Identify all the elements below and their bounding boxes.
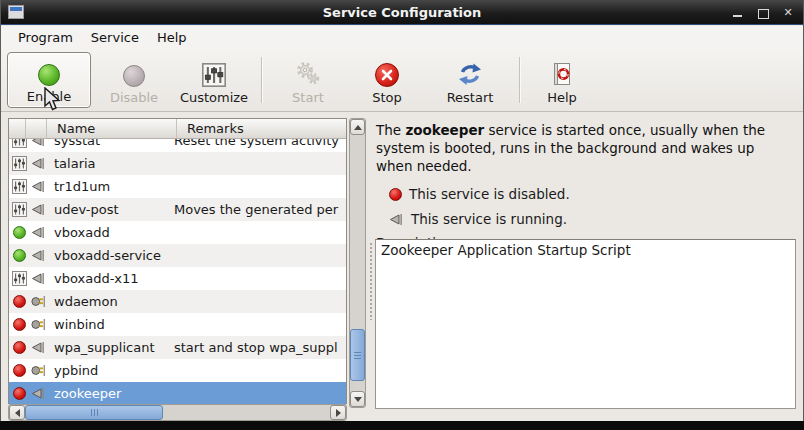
gray-led-icon — [123, 65, 145, 87]
toolbar: Enable Disable C — [1, 49, 803, 112]
service-row[interactable]: tr1d1um — [9, 175, 346, 198]
service-name: vboxadd-service — [48, 248, 174, 263]
maximize-icon[interactable] — [756, 6, 770, 20]
scroll-left-button[interactable] — [9, 405, 25, 420]
stop-label: Stop — [372, 90, 402, 105]
customize-label: Customize — [180, 90, 248, 105]
stop-icon — [375, 63, 399, 87]
horn-icon — [28, 386, 48, 401]
scroll-down-button[interactable] — [350, 391, 365, 407]
red-led-icon — [11, 295, 28, 308]
disable-button[interactable]: Disable — [95, 52, 173, 108]
sliders-icon — [202, 63, 226, 87]
enable-button[interactable]: Enable — [7, 52, 91, 108]
enabled-column-header[interactable] — [9, 119, 26, 138]
start-label: Start — [292, 90, 324, 105]
service-name: vboxadd — [48, 225, 174, 240]
menu-program[interactable]: Program — [9, 28, 82, 47]
stop-button[interactable]: Stop — [351, 52, 423, 108]
gears-icon — [295, 61, 321, 87]
customize-button[interactable]: Customize — [173, 52, 255, 108]
service-name: ypbind — [48, 363, 174, 378]
red-led-icon — [11, 341, 28, 354]
service-row[interactable]: zookeeper — [9, 382, 346, 405]
red-led-icon — [11, 364, 28, 377]
down-arrow-icon — [354, 397, 362, 402]
running-column-header[interactable] — [26, 119, 47, 138]
minimize-icon[interactable] — [731, 6, 745, 20]
help-manual-icon — [552, 62, 572, 87]
service-name-bold: zookeeper — [405, 122, 484, 138]
sliders-icon — [11, 139, 28, 148]
service-name: udev-post — [48, 202, 174, 217]
scroll-up-button[interactable] — [350, 119, 365, 135]
status-disabled-text: This service is disabled. — [409, 186, 570, 202]
service-summary: The zookeeper service is started once, u… — [376, 121, 780, 175]
enable-label: Enable — [27, 89, 71, 104]
plug-icon — [28, 294, 48, 309]
app-window-icon — [8, 5, 24, 19]
horn-icon — [28, 202, 48, 217]
description-textarea[interactable]: Zookeeper Application Startup Script — [375, 239, 796, 409]
service-details: The zookeeper service is started once, u… — [376, 121, 797, 251]
red-led-icon — [11, 318, 28, 331]
service-name: sysstat — [48, 139, 174, 148]
service-row[interactable]: udev-post Moves the generated per — [9, 198, 346, 221]
refresh-arrows-icon — [457, 62, 483, 87]
service-name: zookeeper — [48, 386, 174, 401]
restart-label: Restart — [447, 90, 494, 105]
service-row[interactable]: vboxadd — [9, 221, 346, 244]
service-row[interactable]: ypbind — [9, 359, 346, 382]
green-led-icon — [11, 249, 28, 262]
service-row[interactable]: winbind — [9, 313, 346, 336]
window-controls: ✕ — [731, 0, 795, 25]
sliders-icon — [11, 271, 28, 286]
horn-icon — [28, 139, 48, 148]
close-icon[interactable]: ✕ — [781, 6, 795, 20]
service-name: talaria — [48, 156, 174, 171]
service-remarks: Reset the system activity — [174, 139, 346, 148]
plug-icon — [28, 363, 48, 378]
service-row[interactable]: wpa_supplicant start and stop wpa_suppl — [9, 336, 346, 359]
horizontal-scrollbar-thumb[interactable] — [25, 405, 163, 420]
window-title: Service Configuration — [1, 5, 803, 20]
start-button[interactable]: Start — [273, 52, 343, 108]
service-row[interactable]: wdaemon — [9, 290, 346, 313]
green-led-icon — [38, 64, 60, 86]
screen: Service Configuration ✕ Program Service … — [0, 0, 804, 430]
help-button[interactable]: Help — [529, 52, 595, 108]
pane-splitter-handle[interactable] — [369, 242, 374, 320]
plug-icon — [28, 317, 48, 332]
service-list: Name Remarks sysstat Reset the system ac… — [8, 118, 347, 404]
horn-icon — [28, 156, 48, 171]
titlebar[interactable]: Service Configuration ✕ — [1, 0, 803, 25]
menubar: Program Service Help — [1, 26, 803, 49]
main-content: Name Remarks sysstat Reset the system ac… — [1, 112, 803, 421]
disable-label: Disable — [110, 90, 158, 105]
vertical-scrollbar[interactable] — [349, 118, 366, 408]
sliders-icon — [11, 179, 28, 194]
status-disabled-line: This service is disabled. — [389, 186, 797, 202]
service-configuration-window: Service Configuration ✕ Program Service … — [0, 0, 804, 421]
name-column-header[interactable]: Name — [47, 119, 177, 138]
sliders-icon — [11, 156, 28, 171]
scroll-right-button[interactable] — [330, 405, 346, 420]
service-row[interactable]: vboxadd-x11 — [9, 267, 346, 290]
vertical-scrollbar-thumb[interactable] — [350, 329, 365, 381]
horizontal-scrollbar[interactable] — [8, 404, 347, 421]
menu-help[interactable]: Help — [148, 28, 196, 47]
service-name: tr1d1um — [48, 179, 174, 194]
restart-button[interactable]: Restart — [429, 52, 511, 108]
sliders-icon — [11, 202, 28, 217]
menu-service[interactable]: Service — [82, 28, 148, 47]
toolbar-separator — [519, 57, 520, 103]
service-name: vboxadd-x11 — [48, 271, 174, 286]
red-led-icon — [11, 387, 28, 400]
remarks-column-header[interactable]: Remarks — [177, 119, 346, 138]
up-arrow-icon — [354, 125, 362, 130]
service-row[interactable]: talaria — [9, 152, 346, 175]
service-row[interactable]: sysstat Reset the system activity — [9, 139, 346, 152]
service-row[interactable]: vboxadd-service — [9, 244, 346, 267]
horn-icon — [28, 225, 48, 240]
horn-icon — [28, 340, 48, 355]
